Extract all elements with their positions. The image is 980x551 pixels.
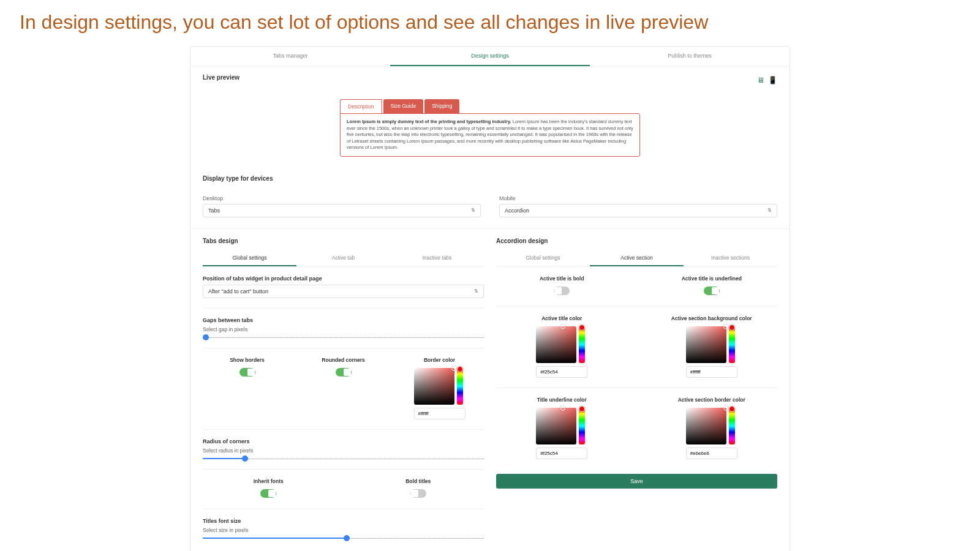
main-tabs: Tabs manager Design settings Publish to … [190, 47, 790, 67]
bg-color-picker[interactable] [686, 326, 737, 363]
tab-design-settings[interactable]: Design settings [390, 47, 590, 66]
inherit-fonts-label: Inherit fonts [203, 478, 334, 484]
acc-subtab-active[interactable]: Active section [590, 250, 684, 266]
show-borders-toggle[interactable] [239, 368, 255, 377]
active-bold-label: Active title is bold [496, 276, 628, 282]
page-heading: In design settings, you can set lot of o… [0, 0, 980, 40]
position-label: Position of tabs widget in product detai… [203, 276, 484, 282]
rounded-toggle[interactable] [336, 368, 352, 377]
active-underlined-toggle[interactable] [704, 287, 720, 295]
border-color-label: Border color [395, 357, 484, 363]
subtab-inactive-tabs[interactable]: Inactive tabs [390, 250, 484, 266]
section-border-color-picker[interactable] [686, 408, 737, 444]
desktop-label: Desktop [203, 195, 481, 201]
position-select[interactable]: After "add to cart" button [203, 285, 484, 298]
font-size-title: Titles font size [203, 518, 484, 524]
section-border-color-label: Active section border color [646, 397, 778, 403]
font-size-label: Select size in pixels [203, 527, 484, 533]
preview-tab-size-guide[interactable]: Size Guide [383, 99, 424, 113]
bg-color-label: Active section background color [646, 315, 778, 321]
active-bold-toggle[interactable] [554, 287, 570, 295]
accordion-save-button[interactable]: Save [496, 474, 777, 489]
tabs-design-title: Tabs design [203, 229, 484, 250]
preview-tab-shipping[interactable]: Shipping [424, 99, 459, 113]
radius-label: Select radius in pixels [203, 448, 484, 454]
rounded-label: Rounded corners [299, 357, 388, 363]
bold-titles-toggle[interactable] [410, 489, 426, 498]
preview-content: Lorem Ipsum is simply dummy text of the … [340, 113, 640, 157]
border-color-picker[interactable] [414, 368, 466, 405]
tab-tabs-manager[interactable]: Tabs manager [190, 47, 390, 66]
title-color-picker[interactable] [536, 326, 587, 363]
border-color-input[interactable] [414, 408, 466, 419]
mobile-icon[interactable]: 📱 [768, 76, 777, 84]
radius-title: Radius of corners [203, 438, 484, 444]
active-underlined-label: Active title is underlined [646, 276, 778, 282]
subtab-global[interactable]: Global settings [203, 250, 296, 266]
subtab-active-tab[interactable]: Active tab [296, 250, 390, 266]
show-borders-label: Show borders [203, 357, 292, 363]
mobile-select[interactable]: Accordion [499, 204, 777, 217]
underline-color-input[interactable] [536, 448, 587, 459]
font-size-slider[interactable] [203, 538, 484, 539]
title-color-input[interactable] [536, 366, 587, 378]
gaps-slider[interactable] [203, 337, 484, 338]
acc-subtab-inactive[interactable]: Inactive sections [684, 250, 777, 266]
gaps-title: Gaps between tabs [203, 317, 484, 323]
acc-subtab-global[interactable]: Global settings [496, 250, 590, 266]
mobile-label: Mobile [499, 195, 777, 201]
preview-tab-description[interactable]: Description [340, 99, 382, 113]
gaps-label: Select gap in pixels [203, 326, 484, 332]
underline-color-label: Title underline color [496, 397, 628, 403]
bold-titles-label: Bold titles [353, 478, 484, 484]
display-type-title: Display type for devices [203, 175, 777, 182]
accordion-design-title: Accordion design [496, 229, 777, 250]
bg-color-input[interactable] [686, 366, 737, 378]
preview-bold: Lorem Ipsum is simply dummy text of the … [347, 119, 511, 124]
inherit-fonts-toggle[interactable] [260, 489, 276, 498]
underline-color-picker[interactable] [536, 408, 587, 444]
desktop-icon[interactable]: 🖥 [757, 76, 764, 84]
tab-publish[interactable]: Publish to themes [590, 47, 790, 66]
section-border-color-input[interactable] [686, 448, 737, 459]
app-panel: Tabs manager Design settings Publish to … [190, 46, 790, 551]
radius-slider[interactable] [203, 459, 484, 459]
desktop-select[interactable]: Tabs [203, 204, 481, 217]
title-color-label: Active title color [496, 315, 628, 321]
live-preview: Description Size Guide Shipping Lorem Ip… [190, 93, 790, 168]
live-preview-title: Live preview [203, 74, 239, 81]
